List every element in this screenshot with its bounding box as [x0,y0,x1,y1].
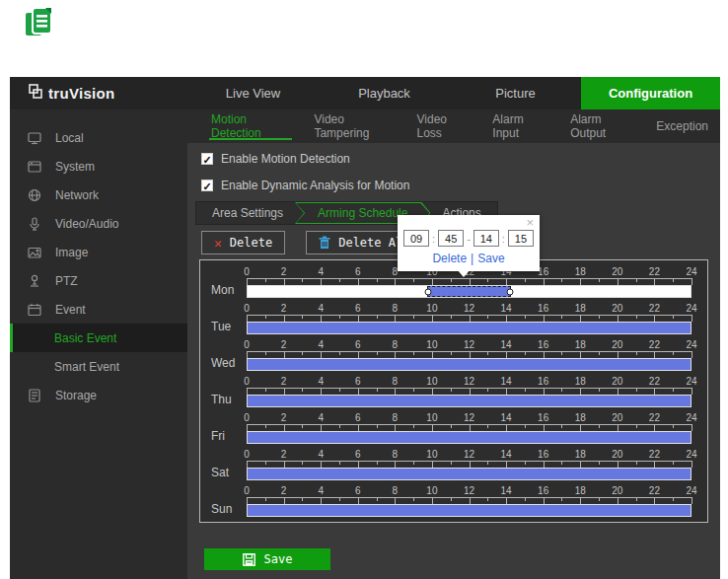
delete-button-label: Delete [230,236,272,250]
sidebar-item-smart-event[interactable]: Smart Event [10,352,187,381]
ruler-label: 0 [244,376,250,387]
ruler-label: 0 [244,485,250,496]
ruler-label: 18 [575,485,586,496]
enable-motion-detection-checkbox[interactable]: ✓ [201,153,213,165]
save-button[interactable]: Save [204,548,330,570]
sidebar-item-event[interactable]: Event [10,295,187,324]
ruler-tick [247,497,248,504]
sidebar-item-local[interactable]: Local [10,123,187,152]
ruler-tick [654,278,655,285]
ruler-tick [247,388,248,395]
ruler-tick [470,388,471,395]
time-separator: : [432,233,435,245]
timeline-bar-sun[interactable] [247,504,692,517]
ruler-tick [413,424,414,428]
window-header: truVision Live ViewPlaybackPictureConfig… [10,77,720,109]
ruler-label: 8 [393,303,399,314]
ruler-label: 2 [281,376,287,387]
ruler-tick [247,424,248,431]
ruler-label: 22 [649,303,660,314]
ruler-tick [247,461,248,468]
end-minute-input[interactable] [508,230,534,247]
segment-start-handle[interactable] [425,288,432,295]
segment-end-handle[interactable] [506,288,513,295]
subtab-area-settings[interactable]: Area Settings [196,202,299,224]
nav-tab-playback[interactable]: Playback [319,77,450,109]
sidebar-item-video-audio[interactable]: Video/Audio [10,209,187,238]
sidebar-item-image[interactable]: Image [10,238,187,266]
nav-tab-picture[interactable]: Picture [450,77,581,109]
tab-alarm-output[interactable]: Alarm Output [558,109,644,143]
sidebar-item-label: System [55,160,95,174]
ruler-tick [470,424,471,431]
ruler-label: 2 [281,339,287,350]
ruler-tick [506,388,507,395]
sidebar-item-ptz[interactable]: PTZ [10,266,187,295]
ruler-tick [673,497,674,501]
ruler-tick [673,424,674,428]
ruler-tick [358,315,359,322]
ruler-label: 14 [501,449,512,460]
start-hour-input[interactable] [403,230,429,247]
tab-exception[interactable]: Exception [644,109,720,143]
tab-video-loss[interactable]: Video Loss [405,109,481,143]
sidebar-item-basic-event[interactable]: Basic Event [10,324,187,352]
ruler-tick [265,388,266,392]
ruler-tick [561,497,562,501]
nav-tab-configuration[interactable]: Configuration [581,77,720,109]
ruler-label: 0 [244,266,250,277]
ruler-label: 10 [426,376,437,387]
ruler-label: 24 [686,303,696,314]
main-nav: Live ViewPlaybackPictureConfiguration [187,77,720,109]
sidebar-item-network[interactable]: Network [10,181,187,209]
sidebar-item-storage[interactable]: Storage [10,381,187,409]
timeline-bar-thu[interactable] [247,395,692,407]
ruler-label: 10 [426,339,437,350]
ruler-tick [561,278,562,282]
tab-motion-detection[interactable]: Motion Detection [199,109,302,143]
schedule-row-sat: Sat024681012141618202224 [200,447,707,483]
timeline-bar-mon[interactable] [247,285,692,298]
ruler-label: 12 [464,339,474,350]
hour-ruler: 024681012141618202224 [247,339,692,357]
delete-button[interactable]: ✕ Delete [201,231,285,254]
ruler-label: 20 [612,266,622,277]
timeline-bar-tue[interactable] [247,322,692,334]
ruler-tick [506,461,507,468]
ruler-label: 8 [393,485,399,496]
ruler-label: 6 [355,303,361,314]
tab-video-tampering[interactable]: Video Tampering [302,109,404,143]
ruler-label: 8 [393,412,399,423]
ruler-tick [470,461,471,468]
schedule-segment[interactable] [427,286,510,297]
ruler-label: 0 [244,339,250,350]
timeline-bar-fri[interactable] [247,431,692,444]
popup-delete-link[interactable]: Delete [432,252,467,265]
sidebar-item-system[interactable]: System [10,152,187,181]
nav-tab-live-view[interactable]: Live View [187,77,319,109]
ruler-tick [525,315,526,319]
enable-dynamic-analysis-label: Enable Dynamic Analysis for Motion [221,179,409,192]
start-minute-input[interactable] [438,230,464,247]
ruler-tick [636,278,637,282]
ruler-label: 10 [426,485,437,496]
ruler-label: 22 [649,266,660,277]
timeline-bar-sat[interactable] [247,468,692,480]
sidebar-item-label: Network [55,188,99,202]
ruler-tick [618,497,619,504]
schedule-row-tue: Tue024681012141618202224 [200,301,707,337]
tab-alarm-input[interactable]: Alarm Input [480,109,558,143]
popup-save-link[interactable]: Save [477,252,504,265]
ruler-label: 8 [393,376,399,387]
close-icon[interactable]: × [526,216,534,229]
ruler-label: 14 [501,376,512,387]
timeline-bar-wed[interactable] [247,358,692,371]
ruler-tick [673,461,674,465]
ruler-tick [358,424,359,431]
ruler-label: 2 [281,303,287,314]
copy-settings-icon[interactable] [24,6,55,39]
end-hour-input[interactable] [473,230,499,247]
enable-dynamic-analysis-checkbox[interactable]: ✓ [201,180,213,191]
sidebar-item-label: Image [55,246,88,259]
ruler-tick [395,315,396,322]
